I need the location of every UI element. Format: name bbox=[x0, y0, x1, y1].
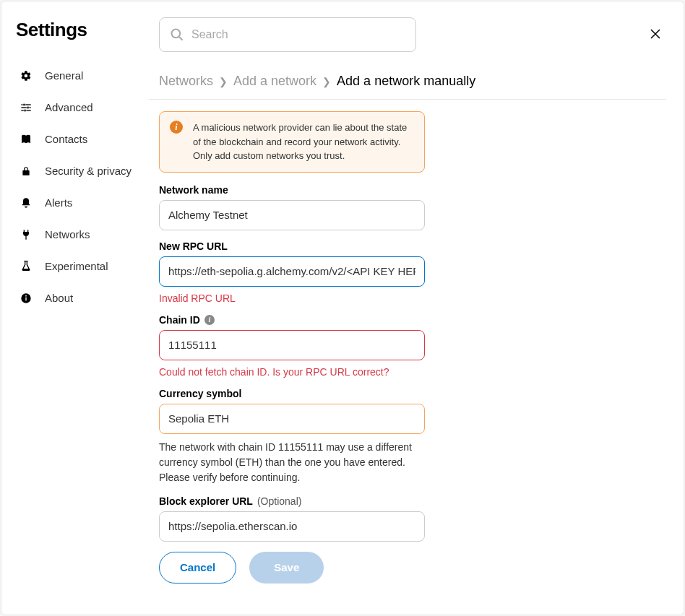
sidebar-item-label: Networks bbox=[45, 227, 90, 242]
warning-text: A malicious network provider can lie abo… bbox=[193, 121, 414, 163]
main-content: Networks ❯ Add a network ❯ Add a network… bbox=[146, 1, 684, 615]
sidebar-item-advanced[interactable]: Advanced bbox=[16, 92, 146, 123]
info-icon[interactable]: i bbox=[204, 315, 215, 325]
chain-id-input[interactable] bbox=[159, 330, 425, 360]
close-icon[interactable] bbox=[649, 27, 662, 43]
svg-point-3 bbox=[23, 103, 25, 105]
svg-point-9 bbox=[172, 30, 181, 38]
svg-rect-7 bbox=[25, 298, 26, 301]
sidebar-item-alerts[interactable]: Alerts bbox=[16, 187, 146, 219]
breadcrumb-link[interactable]: Networks bbox=[159, 74, 213, 89]
page-title: Settings bbox=[16, 19, 146, 41]
flask-icon bbox=[19, 259, 33, 274]
lock-icon bbox=[19, 164, 33, 178]
optional-label: (Optional) bbox=[257, 495, 301, 507]
network-name-input[interactable] bbox=[159, 200, 425, 230]
bell-icon bbox=[19, 196, 33, 210]
svg-rect-1 bbox=[21, 107, 30, 108]
chevron-right-icon: ❯ bbox=[322, 76, 331, 87]
chevron-right-icon: ❯ bbox=[219, 76, 228, 87]
field-helper: The network with chain ID 11155111 may u… bbox=[159, 440, 425, 485]
sidebar-item-label: Advanced bbox=[45, 100, 93, 115]
sidebar-item-label: Alerts bbox=[45, 196, 72, 210]
field-label: Network name bbox=[159, 184, 425, 196]
warning-banner: i A malicious network provider can lie a… bbox=[159, 111, 425, 173]
search-input[interactable] bbox=[191, 28, 405, 41]
search-icon bbox=[170, 27, 184, 43]
field-currency-symbol: Currency symbol The network with chain I… bbox=[159, 388, 425, 485]
breadcrumb: Networks ❯ Add a network ❯ Add a network… bbox=[159, 74, 666, 89]
block-explorer-input[interactable] bbox=[159, 511, 425, 542]
sidebar-item-label: Security & privacy bbox=[45, 164, 132, 178]
field-error: Invalid RPC URL bbox=[159, 292, 425, 304]
svg-point-5 bbox=[24, 109, 26, 111]
breadcrumb-link[interactable]: Add a network bbox=[233, 74, 316, 89]
svg-point-8 bbox=[25, 295, 27, 297]
sidebar: Settings General Advanced Contacts bbox=[1, 1, 146, 615]
sidebar-item-about[interactable]: About bbox=[16, 282, 146, 314]
warning-icon: i bbox=[170, 121, 183, 134]
search-field[interactable] bbox=[159, 17, 416, 52]
info-icon bbox=[19, 291, 33, 305]
sidebar-item-contacts[interactable]: Contacts bbox=[16, 123, 146, 155]
svg-point-4 bbox=[27, 106, 29, 108]
sidebar-item-security[interactable]: Security & privacy bbox=[16, 155, 146, 187]
label-text: Block explorer URL bbox=[159, 495, 253, 507]
save-button[interactable]: Save bbox=[249, 552, 324, 584]
sidebar-item-experimental[interactable]: Experimental bbox=[16, 251, 146, 282]
sidebar-nav: General Advanced Contacts Security & pri… bbox=[16, 60, 146, 314]
field-label: Chain ID i bbox=[159, 314, 425, 326]
currency-symbol-input[interactable] bbox=[159, 404, 425, 434]
label-text: Chain ID bbox=[159, 314, 200, 326]
sidebar-item-general[interactable]: General bbox=[16, 60, 146, 92]
sliders-icon bbox=[19, 100, 33, 115]
gear-icon bbox=[19, 69, 33, 83]
field-chain-id: Chain ID i Could not fetch chain ID. Is … bbox=[159, 314, 425, 378]
field-error: Could not fetch chain ID. Is your RPC UR… bbox=[159, 366, 425, 378]
sidebar-item-label: General bbox=[45, 69, 83, 83]
sidebar-item-label: Contacts bbox=[45, 132, 87, 147]
breadcrumb-current: Add a network manually bbox=[337, 74, 475, 89]
sidebar-item-label: Experimental bbox=[45, 259, 108, 274]
cancel-button[interactable]: Cancel bbox=[159, 552, 236, 584]
field-rpc-url: New RPC URL Invalid RPC URL bbox=[159, 240, 425, 304]
field-label: New RPC URL bbox=[159, 240, 425, 252]
rpc-url-input[interactable] bbox=[159, 256, 425, 287]
network-form: i A malicious network provider can lie a… bbox=[159, 111, 425, 584]
field-network-name: Network name bbox=[159, 184, 425, 230]
sidebar-item-networks[interactable]: Networks bbox=[16, 219, 146, 251]
form-actions: Cancel Save bbox=[159, 552, 425, 584]
plug-icon bbox=[19, 227, 33, 242]
sidebar-item-label: About bbox=[45, 291, 73, 305]
book-icon bbox=[19, 132, 33, 147]
field-block-explorer: Block explorer URL (Optional) bbox=[159, 495, 425, 542]
divider bbox=[149, 99, 666, 100]
field-label: Block explorer URL (Optional) bbox=[159, 495, 425, 507]
field-label: Currency symbol bbox=[159, 388, 425, 399]
